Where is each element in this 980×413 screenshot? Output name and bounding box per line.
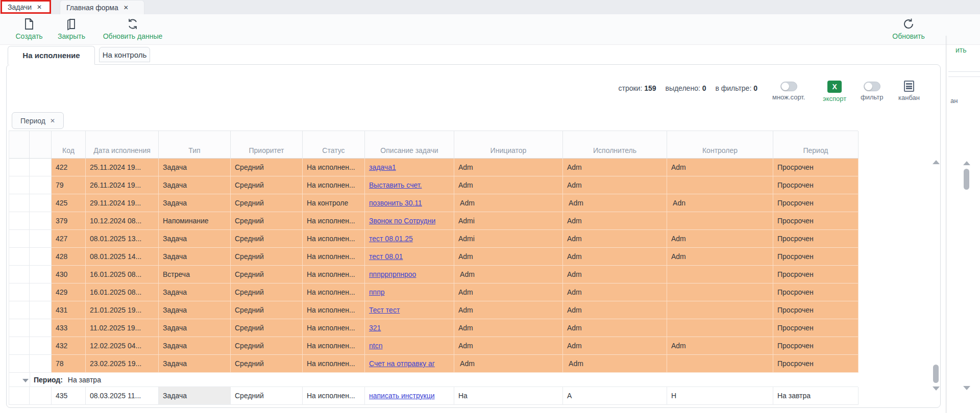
task-description-link[interactable]: написать инструкци	[369, 392, 435, 400]
cell-executor[interactable]: Adm	[563, 283, 667, 301]
cell-code[interactable]: 431	[52, 301, 86, 319]
cell-initiator[interactable]: Adm	[454, 283, 563, 301]
cell-sel[interactable]	[9, 283, 30, 301]
cell-type[interactable]: Задача	[159, 387, 231, 405]
column-header-status[interactable]: Статус	[303, 131, 365, 159]
cell-status[interactable]: На исполнен...	[303, 283, 365, 301]
multisort-toggle[interactable]: множ.сорт.	[772, 82, 805, 101]
cell-code[interactable]: 78	[52, 355, 86, 373]
cell-initiator[interactable]: Adm	[454, 194, 563, 212]
cell-priority[interactable]: Средний	[231, 319, 303, 337]
cell-exp[interactable]	[30, 337, 52, 355]
cell-sel[interactable]	[9, 319, 30, 337]
group-row-period-tomorrow[interactable]: Период: На завтра	[9, 373, 858, 387]
kanban-button[interactable]: канбан	[898, 81, 920, 101]
cell-date[interactable]: 08.03.2025 11...	[86, 387, 159, 405]
cell-controller[interactable]: Adm	[667, 230, 773, 248]
export-button[interactable]: X экспорт	[823, 81, 846, 102]
cell-priority[interactable]: Средний	[231, 176, 303, 194]
task-description-link[interactable]: тест 08.01.25	[369, 235, 413, 243]
period-filter-chip[interactable]: Период ✕	[12, 112, 64, 129]
cell-type[interactable]: Задача	[159, 248, 231, 266]
tab-on-control[interactable]: На контроль	[99, 47, 150, 62]
cell-initiator[interactable]: Adm	[454, 319, 563, 337]
cell-controller[interactable]: Adn	[667, 194, 773, 212]
cell-priority[interactable]: Средний	[231, 387, 303, 405]
cell-priority[interactable]: Средний	[231, 337, 303, 355]
chip-close-icon[interactable]: ✕	[50, 117, 55, 124]
task-description-link[interactable]: задача1	[369, 163, 396, 171]
cell-priority[interactable]: Средний	[231, 266, 303, 283]
window-tab-tasks[interactable]: Задачи ✕	[2, 0, 50, 14]
cell-date[interactable]: 08.01.2025 13...	[86, 230, 159, 248]
task-description-link[interactable]: пппррпрпнроо	[369, 270, 416, 278]
cell-sel[interactable]	[9, 355, 30, 373]
cell-initiator[interactable]: Adm	[454, 248, 563, 266]
cell-exp[interactable]	[30, 248, 52, 266]
cell-priority[interactable]: Средний	[231, 355, 303, 373]
task-description-link[interactable]: ntcn	[369, 342, 382, 350]
cell-executor[interactable]: Adm	[563, 301, 667, 319]
cell-exp[interactable]	[30, 301, 52, 319]
cell-exp[interactable]	[30, 194, 52, 212]
excel-x-icon[interactable]: X	[827, 81, 842, 93]
cell-date[interactable]: 29.11.2024 19...	[86, 194, 159, 212]
cell-controller[interactable]: Adm	[667, 159, 773, 176]
cell-initiator[interactable]: Adm	[454, 301, 563, 319]
cell-status[interactable]: На исполнен...	[303, 248, 365, 266]
window-scroll-down-icon[interactable]	[963, 386, 970, 390]
column-header-period[interactable]: Период	[773, 131, 859, 159]
column-header-exp[interactable]	[30, 131, 52, 159]
toggle-off-icon[interactable]	[864, 82, 880, 91]
cell-initiator[interactable]: Adm	[454, 337, 563, 355]
cell-period[interactable]: Просрочен	[773, 355, 859, 373]
table-row[interactable]: 7823.02.2025 19...ЗадачаСреднийНа исполн…	[9, 355, 858, 373]
cell-priority[interactable]: Средний	[231, 194, 303, 212]
cell-sel[interactable]	[9, 387, 30, 405]
cell-executor[interactable]: Adm	[563, 355, 667, 373]
cell-controller[interactable]	[667, 319, 773, 337]
cell-status[interactable]: На исполнен...	[303, 355, 365, 373]
cell-exp[interactable]	[30, 319, 52, 337]
cell-exp[interactable]	[30, 283, 52, 301]
cell-sel[interactable]	[9, 230, 30, 248]
cell-date[interactable]: 11.02.2025 19...	[86, 319, 159, 337]
cell-executor[interactable]: Adm	[563, 266, 667, 283]
cell-code[interactable]: 427	[52, 230, 86, 248]
cell-status[interactable]: На исполнен...	[303, 159, 365, 176]
task-description-link[interactable]: Тест тест	[369, 306, 400, 314]
cell-period[interactable]: Просрочен	[773, 301, 859, 319]
cell-exp[interactable]	[30, 266, 52, 283]
task-description-link[interactable]: Звонок по Сотрудни	[369, 217, 435, 225]
table-row[interactable]: 42225.11.2024 19...ЗадачаСреднийНа испол…	[9, 159, 858, 176]
cell-status[interactable]: На исполнен...	[303, 387, 365, 405]
table-scroll-down-icon[interactable]	[933, 386, 940, 391]
table-row[interactable]: 43508.03.2025 11...ЗадачаСреднийНа испол…	[9, 387, 858, 405]
cell-status[interactable]: На исполнен...	[303, 319, 365, 337]
cell-period[interactable]: Просрочен	[773, 159, 859, 176]
cell-controller[interactable]: Adm	[667, 248, 773, 266]
cell-code[interactable]: 79	[52, 176, 86, 194]
cell-priority[interactable]: Средний	[231, 230, 303, 248]
cell-controller[interactable]: Н	[667, 387, 773, 405]
cell-controller[interactable]	[667, 283, 773, 301]
cell-date[interactable]: 16.01.2025 08...	[86, 266, 159, 283]
table-scroll-up-icon[interactable]	[933, 160, 940, 164]
tab-close-icon[interactable]: ✕	[37, 4, 42, 11]
window-tab-main-form[interactable]: Главная форма ✕	[60, 0, 144, 14]
cell-type[interactable]: Задача	[159, 319, 231, 337]
cell-status[interactable]: На исполнен...	[303, 230, 365, 248]
column-header-sel[interactable]	[9, 131, 30, 159]
table-row[interactable]: 42708.01.2025 13...ЗадачаСреднийНа испол…	[9, 230, 858, 248]
cell-status[interactable]: На контроле	[303, 194, 365, 212]
column-header-controller[interactable]: Контролер	[667, 131, 773, 159]
cell-code[interactable]: 379	[52, 212, 86, 230]
cell-date[interactable]: 08.01.2025 14...	[86, 248, 159, 266]
task-description-link[interactable]: Выставить счет.	[369, 181, 422, 189]
cell-date[interactable]: 23.02.2025 19...	[86, 355, 159, 373]
cell-controller[interactable]: Adm	[667, 337, 773, 355]
cell-initiator[interactable]: Adm	[454, 355, 563, 373]
filter-toggle[interactable]: фильтр	[861, 82, 883, 101]
task-description-link[interactable]: тест 08.01	[369, 252, 403, 261]
cell-executor[interactable]: Adm	[563, 230, 667, 248]
